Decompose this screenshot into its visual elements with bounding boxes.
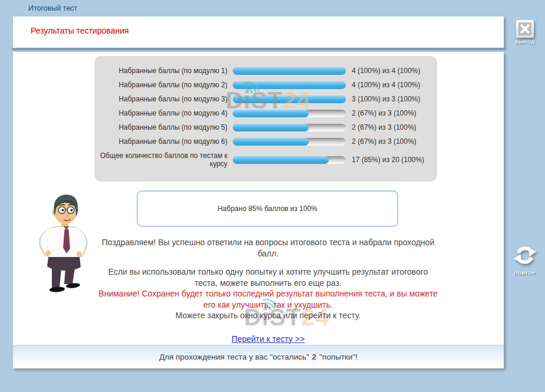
progress-bar: [233, 110, 346, 117]
header-bar: Результаты тестирования: [13, 17, 504, 48]
progress-bar: [233, 81, 346, 89]
attempts-suffix: "попытки"!: [319, 353, 358, 361]
progress-bar: [233, 156, 346, 164]
summary-text: Набрано 85% баллов из 100%: [217, 205, 318, 213]
assistant-character: [32, 192, 94, 297]
score-row: Набранные баллы (по модулю 1) 4 (100%) и…: [94, 64, 437, 78]
score-value: 3 (100%) из 3 (100%): [346, 95, 420, 103]
attempts-count: 2: [312, 353, 317, 361]
score-row: Набранные баллы (по модулю 2) 4 (100%) и…: [94, 78, 437, 92]
score-label: Набранные баллы (по модулю 3): [94, 95, 231, 103]
exit-button[interactable]: ВЫХОД: [511, 20, 539, 45]
progress-bar: [233, 124, 346, 131]
score-label: Набранные баллы (по модулю 4): [94, 109, 231, 117]
score-label: Набранные баллы (по модулю 5): [94, 123, 231, 131]
result-message: Поздравляем! Вы успешно ответили на вопр…: [97, 237, 439, 344]
score-row-total: Общее количество баллов по тестам к курс…: [94, 149, 437, 171]
content-panel: Набранные баллы (по модулю 1) 4 (100%) и…: [13, 52, 504, 368]
score-row: Набранные баллы (по модулю 6) 2 (67%) из…: [94, 134, 437, 149]
score-label: Набранные баллы (по модулю 2): [94, 81, 231, 89]
page-title: Результаты тестирования: [31, 26, 129, 35]
score-row: Набранные баллы (по модулю 3) 3 (100%) и…: [94, 92, 437, 106]
attempts-prefix: Для прохождения теста у вас "остались": [159, 353, 309, 361]
score-value: 4 (100%) из 4 (100%): [346, 67, 420, 75]
warning-text: Внимание! Сохранен будет только последни…: [97, 288, 439, 310]
close-icon: [516, 20, 534, 38]
exit-button-label: ВЫХОД: [515, 39, 534, 45]
window-title: Итоговый тест: [28, 4, 77, 12]
page: Итоговый тест Результаты тестирования На…: [0, 0, 545, 392]
progress-bar-fill: [233, 156, 329, 164]
repeat-button[interactable]: ПОВТОР: [508, 242, 542, 276]
progress-bar: [233, 138, 346, 146]
score-label: Общее количество баллов по тестам к курс…: [94, 151, 231, 168]
progress-bar: [233, 67, 346, 75]
repeat-icon: [511, 242, 539, 269]
score-value: 2 (67%) из 3 (100%): [346, 109, 417, 117]
score-value: 17 (85%) из 20 (100%): [346, 156, 424, 164]
progress-bar-fill: [233, 124, 309, 131]
summary-box: Набрано 85% баллов из 100%: [137, 190, 398, 227]
score-value: 4 (100%) из 4 (100%): [346, 81, 420, 89]
score-value: 2 (67%) из 3 (100%): [346, 137, 417, 146]
repeat-button-label: ПОВТОР: [514, 271, 536, 276]
retry-info-text: Если вы использовали только одну попытку…: [97, 266, 439, 288]
score-label: Набранные баллы (по модулю 1): [94, 67, 231, 75]
congrats-text: Поздравляем! Вы успешно ответили на вопр…: [97, 237, 439, 259]
close-info-text: Можете закрыть окно курса или перейти к …: [97, 310, 439, 321]
link-row: Перейти к тесту >>: [97, 334, 439, 345]
go-to-test-link[interactable]: Перейти к тесту >>: [232, 334, 305, 344]
progress-bar: [233, 95, 346, 103]
header-divider: [12, 48, 506, 50]
progress-bar-fill: [233, 110, 309, 117]
score-row: Набранные баллы (по модулю 4) 2 (67%) из…: [94, 106, 437, 120]
progress-bar-fill: [233, 95, 346, 103]
progress-bar-fill: [233, 67, 346, 75]
score-row: Набранные баллы (по модулю 5) 2 (67%) из…: [94, 120, 437, 134]
attempts-bar: Для прохождения теста у вас "остались" 2…: [13, 345, 504, 368]
scores-panel: Набранные баллы (по модулю 1) 4 (100%) и…: [94, 56, 437, 182]
score-value: 2 (67%) из 3 (100%): [346, 123, 417, 131]
progress-bar-fill: [233, 138, 309, 146]
progress-bar-fill: [233, 81, 346, 89]
score-label: Набранные баллы (по модулю 6): [94, 137, 231, 146]
